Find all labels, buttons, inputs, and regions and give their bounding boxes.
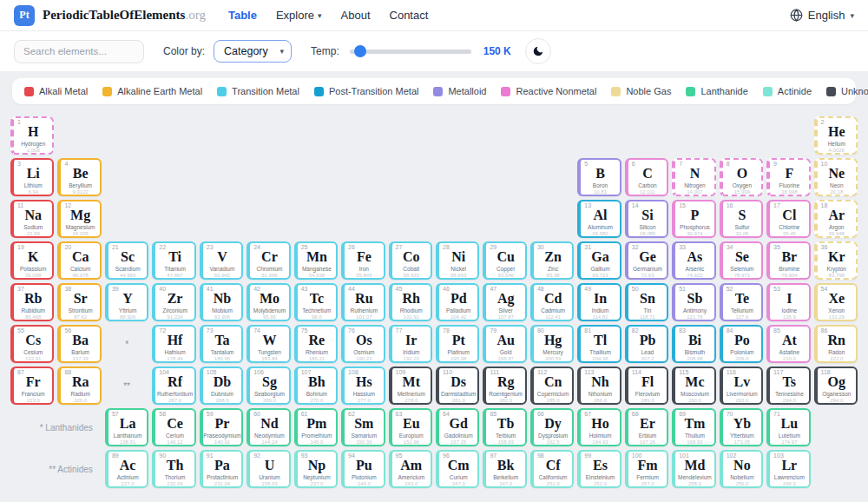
- search-input[interactable]: [14, 40, 144, 63]
- element-Ni[interactable]: 28NiNickel58.693: [436, 241, 479, 280]
- element-Pa[interactable]: 91PaProtactinium231.04: [200, 450, 243, 488]
- element-Es[interactable]: 99EsEinsteinium252.0: [577, 450, 621, 488]
- element-Ce[interactable]: 58CeCerium140.12: [152, 408, 195, 446]
- element-Pu[interactable]: 94PuPlutonium244.0: [341, 450, 385, 488]
- element-C[interactable]: 6CCarbon12.011: [625, 158, 668, 196]
- element-Cu[interactable]: 29CuCopper63.546: [483, 241, 526, 280]
- element-Hs[interactable]: 108HsHassium277.0: [341, 367, 385, 405]
- element-Th[interactable]: 90ThThorium232.04: [152, 450, 195, 488]
- element-Tl[interactable]: 81TlThallium204.38: [577, 325, 621, 363]
- element-Fm[interactable]: 100FmFermium257.0: [625, 450, 668, 488]
- nav-about[interactable]: About: [341, 9, 371, 22]
- element-Ta[interactable]: 73TaTantalum180.95: [200, 325, 243, 363]
- nav-explore[interactable]: Explore▾: [276, 9, 322, 22]
- element-Ba[interactable]: 56BaBarium137.33: [57, 325, 101, 363]
- element-At[interactable]: 85AtAstatine210.0: [766, 325, 810, 363]
- element-Cl[interactable]: 17ClChlorine35.45: [766, 200, 810, 238]
- element-Cd[interactable]: 48CdCadmium112.41: [530, 283, 574, 321]
- element-Xe[interactable]: 54XeXenon131.29: [814, 283, 858, 321]
- element-Og[interactable]: 118OgOganesson294.0: [814, 367, 858, 405]
- element-Bk[interactable]: 97BkBerkelium247.0: [483, 450, 526, 488]
- element-Ir[interactable]: 77IrIridium192.22: [389, 325, 432, 363]
- element-U[interactable]: 92UUranium238.03: [247, 450, 290, 488]
- element-Nd[interactable]: 60NdNeodymium144.24: [247, 408, 290, 446]
- element-Lv[interactable]: 116LvLivermorium293.0: [720, 367, 763, 405]
- element-Pm[interactable]: 61PmPromethium145.0: [294, 408, 338, 446]
- element-Ge[interactable]: 32GeGermanium72.63: [625, 241, 668, 280]
- element-Ca[interactable]: 20CaCalcium40.078: [57, 241, 101, 280]
- element-Nb[interactable]: 41NbNiobium92.906: [200, 283, 243, 321]
- element-Li[interactable]: 3LiLithium6.94: [10, 158, 54, 196]
- element-Lu[interactable]: 71LuLutetium174.97: [766, 408, 810, 446]
- element-Rh[interactable]: 45RhRhodium102.91: [389, 283, 432, 321]
- temp-slider[interactable]: [350, 45, 471, 57]
- element-V[interactable]: 23VVanadium50.942: [200, 241, 243, 280]
- element-Y[interactable]: 39YYttrium88.906: [105, 283, 148, 321]
- element-S[interactable]: 16SSulfur32.06: [720, 200, 763, 238]
- element-Ac[interactable]: 89AcActinium227.0: [105, 450, 148, 488]
- slider-thumb[interactable]: [354, 45, 366, 57]
- element-Rf[interactable]: 104RfRutherfordium267.0: [152, 367, 195, 405]
- element-As[interactable]: 33AsArsenic74.922: [672, 241, 715, 280]
- element-Ho[interactable]: 67HoHolmium164.93: [577, 408, 621, 446]
- element-F[interactable]: 9FFluorine18.998: [766, 158, 810, 196]
- dark-mode-toggle[interactable]: [525, 38, 551, 64]
- element-Po[interactable]: 84PoPolonium209.0: [720, 325, 763, 363]
- element-Te[interactable]: 52TeTellurium127.6: [720, 283, 763, 321]
- element-Eu[interactable]: 63EuEuropium151.96: [389, 408, 432, 446]
- element-Se[interactable]: 34SeSelenium78.971: [720, 241, 763, 280]
- element-Sm[interactable]: 62SmSamarium150.36: [341, 408, 385, 446]
- element-Si[interactable]: 14SiSilicon28.085: [625, 200, 668, 238]
- element-Lr[interactable]: 103LrLawrencium266.0: [766, 450, 810, 488]
- element-Ga[interactable]: 31GaGallium69.723: [577, 241, 621, 280]
- site-logo[interactable]: Pt: [14, 5, 35, 26]
- element-Fr[interactable]: 87FrFrancium223.0: [10, 367, 54, 405]
- element-Pt[interactable]: 78PtPlatinum195.08: [436, 325, 479, 363]
- element-Al[interactable]: 13AlAluminum26.982: [577, 200, 621, 238]
- element-Cr[interactable]: 24CrChromium51.996: [247, 241, 290, 280]
- element-Hg[interactable]: 80HgMercury200.59: [530, 325, 574, 363]
- element-Co[interactable]: 27CoCobalt58.933: [389, 241, 432, 280]
- element-Tb[interactable]: 65TbTerbium158.93: [483, 408, 526, 446]
- element-Cf[interactable]: 98CfCalifornium251.0: [530, 450, 574, 488]
- nav-contact[interactable]: Contact: [390, 9, 429, 22]
- element-Ra[interactable]: 88RaRadium226.0: [57, 367, 101, 405]
- color-by-select[interactable]: Category: [214, 40, 292, 63]
- element-Sn[interactable]: 50SnTin118.71: [625, 283, 668, 321]
- element-Sb[interactable]: 51SbAntimony121.76: [672, 283, 715, 321]
- element-Ts[interactable]: 117TsTennessine294.0: [766, 367, 810, 405]
- element-Tc[interactable]: 43TcTechnetium98.0: [294, 283, 338, 321]
- element-Zn[interactable]: 30ZnZinc65.38: [530, 241, 574, 280]
- element-Os[interactable]: 76OsOsmium190.23: [341, 325, 385, 363]
- element-Dy[interactable]: 66DyDysprosium162.5: [530, 408, 574, 446]
- element-Sg[interactable]: 106SgSeaborgium269.0: [247, 367, 290, 405]
- element-Mc[interactable]: 115McMoscovium290.0: [672, 367, 715, 405]
- element-Pr[interactable]: 59PrPraseodymium140.91: [200, 408, 243, 446]
- element-Mt[interactable]: 109MtMeitnerium278.0: [389, 367, 432, 405]
- element-Tm[interactable]: 69TmThulium168.93: [672, 408, 715, 446]
- element-Pd[interactable]: 46PdPalladium106.42: [436, 283, 479, 321]
- element-Ag[interactable]: 47AgSilver107.87: [483, 283, 526, 321]
- element-Db[interactable]: 105DbDubnium268.0: [200, 367, 243, 405]
- element-Rb[interactable]: 37RbRubidium85.468: [10, 283, 54, 321]
- element-Zr[interactable]: 40ZrZirconium91.224: [152, 283, 195, 321]
- element-Na[interactable]: 11NaSodium22.99: [10, 200, 54, 238]
- element-Np[interactable]: 93NpNeptunium237.0: [294, 450, 338, 488]
- element-Kr[interactable]: 36KrKrypton83.798: [814, 241, 858, 280]
- element-N[interactable]: 7NNitrogen14.007: [672, 158, 715, 196]
- element-O[interactable]: 8OOxygen15.999: [720, 158, 763, 196]
- element-Md[interactable]: 101MdMendelevium258.0: [672, 450, 715, 488]
- element-Yb[interactable]: 70YbYtterbium173.05: [720, 408, 763, 446]
- element-H[interactable]: 1HHydrogen1.008: [10, 116, 54, 155]
- element-Fe[interactable]: 26FeIron55.845: [341, 241, 385, 280]
- element-Ti[interactable]: 22TiTitanium47.867: [152, 241, 195, 280]
- element-Nh[interactable]: 113NhNihonium286.0: [577, 367, 621, 405]
- element-Bh[interactable]: 107BhBohrium270.0: [294, 367, 338, 405]
- element-No[interactable]: 102NoNobelium259.0: [720, 450, 763, 488]
- element-Ds[interactable]: 110DsDarmstadtium281.0: [436, 367, 479, 405]
- element-In[interactable]: 49InIndium114.82: [577, 283, 621, 321]
- element-Re[interactable]: 75ReRhenium186.21: [294, 325, 338, 363]
- element-Cs[interactable]: 55CsCesium132.91: [10, 325, 54, 363]
- element-Pb[interactable]: 82PbLead207.2: [625, 325, 668, 363]
- element-Am[interactable]: 95AmAmericium243.0: [389, 450, 432, 488]
